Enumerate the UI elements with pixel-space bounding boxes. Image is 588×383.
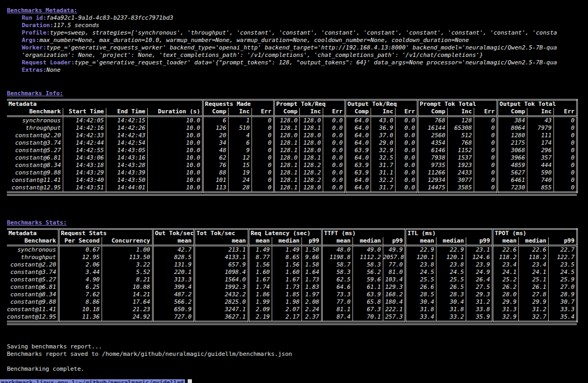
table-cell: 42.7	[153, 246, 194, 254]
stats-table-bottom-rule	[7, 323, 577, 325]
metadata-line: Run id:fa4a92c1-9a1d-4c83-b237-83fcc7971…	[7, 14, 588, 22]
table-cell: 63.9	[345, 162, 371, 169]
table-cell: 118.2	[492, 254, 518, 261]
table-row: constant@12.9511.3624.92727.03627.12.192…	[7, 313, 577, 322]
table-cell: 0.0	[323, 162, 345, 169]
table-cell: 3247.1	[194, 306, 248, 313]
table-cell: 7979	[527, 124, 553, 132]
table-cell: 11.36	[58, 313, 102, 322]
table-cell: 0	[474, 132, 497, 139]
table-cell: 3966	[497, 154, 527, 162]
table-cell: 0	[553, 116, 577, 125]
table-cell: 512	[447, 132, 474, 139]
table-cell: 6	[228, 139, 251, 147]
table-cell: constant@6.81	[7, 154, 63, 162]
table-row: constant@11.4110.1821.23650.93247.12.092…	[7, 306, 577, 313]
table-cell: 0.0	[323, 154, 345, 162]
table-cell: 28.9	[548, 291, 577, 298]
table-cell: 6	[203, 116, 228, 125]
table-cell: constant@2.20	[7, 261, 58, 269]
table-cell: 64.0	[345, 154, 371, 162]
table-cell: synchronous	[7, 116, 63, 125]
table-cell: 0.0	[323, 139, 345, 147]
table-cell: 0	[251, 177, 274, 184]
column-header: Err	[251, 108, 274, 116]
metadata-value: type_='generative_request_loader' data='…	[74, 59, 557, 66]
table-cell: 65.8	[352, 298, 383, 306]
table-cell: 58.3	[352, 261, 383, 269]
table-cell: 10.88	[102, 284, 153, 291]
table-cell: 32.9	[492, 313, 518, 322]
table-cell: 33.3	[548, 306, 577, 313]
table-cell: 1	[228, 116, 251, 125]
metadata-line: Args:max_number=None, max_duration=10.0,…	[7, 37, 588, 44]
terminal: Benchmarks Metadata: Run id:fa4a92c1-9a1…	[0, 0, 588, 383]
table-cell: 1.56	[272, 261, 301, 269]
metadata-value: 'organization': None, 'project': None, '…	[22, 52, 483, 59]
table-cell: 0	[251, 139, 274, 147]
table-cell: 76	[203, 162, 228, 169]
column-header: Err	[553, 108, 577, 116]
table-cell: 65308	[447, 124, 474, 132]
table-cell: 1.85	[272, 291, 301, 298]
column-header: Inc	[228, 108, 251, 116]
table-cell: 128.0	[274, 132, 299, 139]
table-cell: 131.9	[153, 261, 194, 269]
table-cell: 2.07	[272, 306, 301, 313]
table-cell: 27.8	[518, 291, 548, 298]
table-cell: 25.5	[436, 276, 466, 284]
table-cell: 26.5	[436, 284, 466, 291]
table-cell: 64.0	[345, 132, 371, 139]
table-cell: 10.0	[147, 139, 203, 147]
table-cell: 1.73	[272, 284, 301, 291]
table-cell: 10.0	[147, 154, 203, 162]
table-cell: 384	[497, 116, 527, 125]
table-cell: 10.18	[58, 306, 102, 313]
shell-prompt[interactable]: mark@mark-linux-gpu-1:~/github/neuralmag…	[0, 379, 192, 383]
table-cell: 0	[553, 147, 577, 154]
table-cell: 28.0	[492, 291, 518, 298]
table-cell: 31.2	[518, 306, 548, 313]
table-cell: 14:43:29	[63, 169, 106, 177]
table-cell: 0	[251, 184, 274, 193]
table-cell: 0	[474, 116, 497, 125]
table-cell: 14:43:16	[106, 154, 147, 162]
table-cell: 14:43:50	[106, 177, 147, 184]
table-row: synchronous0.671.0042.7213.11.491.491.50…	[7, 246, 577, 254]
column-group-header-row: MetadataRequests MadePrompt Tok/ReqOutpu…	[7, 100, 577, 109]
table-cell: 2057.8	[383, 254, 405, 261]
table-row: constant@9.888.8617.64566.22825.01.991.9…	[7, 298, 577, 306]
metadata-label: Duration:	[22, 22, 54, 29]
column-group-header: TPOT (ms)	[492, 229, 577, 238]
table-row: constant@3.743.445.52220.11098.41.601.60…	[7, 269, 577, 276]
table-cell: 126	[203, 124, 228, 132]
table-cell: 17.64	[102, 298, 153, 306]
table-cell: 10.0	[147, 147, 203, 154]
table-row: synchronous14:42:0514:42:1510.0610128.01…	[7, 116, 577, 125]
table-cell: 8.65	[272, 254, 301, 261]
table-cell: 444	[527, 162, 553, 169]
column-group-header: Requests Made	[203, 100, 274, 109]
table-cell: 67.3	[352, 306, 383, 313]
table-cell: 1.98	[272, 298, 301, 306]
metadata-value: None	[46, 66, 61, 73]
shell-prompt-text: mark@mark-linux-gpu-1:~/github/neuralmag…	[0, 379, 185, 383]
table-cell: 1.49	[272, 246, 301, 254]
table-cell: 0.0	[395, 139, 417, 147]
table-cell: 0	[251, 162, 274, 169]
table-cell: 4133.1	[194, 254, 248, 261]
table-cell: constant@2.20	[7, 132, 63, 139]
table-cell: 0.0	[323, 116, 345, 125]
table-cell: 6146	[417, 147, 447, 154]
table-cell: 122.7	[548, 254, 577, 261]
table-cell: 120.1	[405, 254, 436, 261]
table-row: constant@5.274.908.21313.31564.01.671.67…	[7, 276, 577, 284]
table-cell: 1.58	[301, 261, 322, 269]
table-cell: 128.1	[274, 139, 299, 147]
table-cell: 1.64	[301, 269, 322, 276]
table-cell: 0	[553, 169, 577, 177]
terminal-footer: Saving benchmarks report... Benchmarks r…	[7, 343, 588, 373]
table-cell: 129.3	[383, 284, 405, 291]
table-cell: 9.66	[301, 254, 322, 261]
table-cell: 32.7	[518, 313, 548, 322]
